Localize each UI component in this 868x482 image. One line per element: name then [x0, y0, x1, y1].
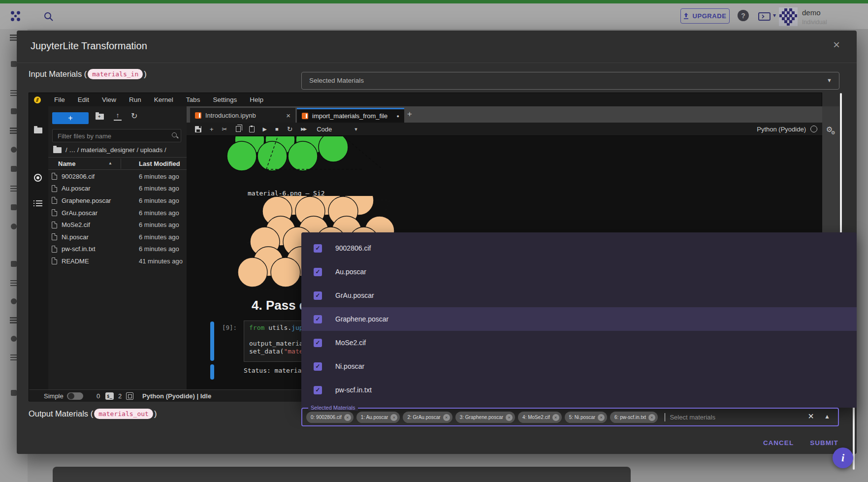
kernel-name[interactable]: Python (Pyodide) — [757, 126, 806, 133]
close-icon[interactable]: × — [286, 111, 290, 120]
chevron-down-icon[interactable]: ▼ — [827, 77, 832, 83]
refresh-icon[interactable]: ↻ — [131, 111, 137, 121]
menu-kernel[interactable]: Kernel — [148, 96, 180, 103]
table-of-contents-icon[interactable] — [33, 200, 42, 207]
file-row[interactable]: 9002806.cif6 minutes ago — [48, 170, 187, 183]
checkbox-checked-icon[interactable]: ✓ — [314, 362, 322, 371]
file-row[interactable]: Au.poscar6 minutes ago — [48, 183, 187, 195]
tab-import-materials[interactable]: import_materials_from_file ● — [297, 108, 404, 123]
filter-files-input[interactable]: Filter files by name — [52, 129, 181, 142]
submit-button[interactable]: SUBMIT — [806, 436, 842, 449]
menu-help[interactable]: Help — [243, 96, 270, 103]
chip-delete-icon[interactable]: × — [598, 414, 605, 421]
select-placeholder[interactable]: Select materials — [670, 414, 715, 421]
dropdown-option[interactable]: ✓GrAu.poscar — [301, 284, 857, 307]
cell-collapser[interactable] — [210, 321, 214, 361]
menu-run[interactable]: Run — [123, 96, 148, 103]
save-icon[interactable] — [195, 126, 201, 132]
file-browser-tab-icon[interactable] — [34, 128, 42, 133]
checkbox-checked-icon[interactable]: ✓ — [314, 244, 322, 253]
chip-delete-icon[interactable]: × — [552, 414, 559, 421]
output-materials-select[interactable]: Selected Materials 0: 9002806.cif× 1: Au… — [301, 408, 839, 426]
help-icon[interactable]: ? — [738, 10, 749, 21]
clear-all-icon[interactable]: × — [808, 411, 814, 422]
cell-collapser[interactable] — [210, 364, 214, 380]
cut-icon[interactable]: ✂ — [222, 126, 227, 133]
material-chip[interactable]: 1: Au.poscar× — [356, 412, 400, 423]
checkbox-checked-icon[interactable]: ✓ — [314, 386, 322, 394]
avatar[interactable] — [779, 7, 798, 26]
breadcrumb[interactable]: / … / materials_designer / uploads / — [53, 146, 166, 154]
copy-icon[interactable] — [236, 126, 241, 132]
dropdown-option[interactable]: ✓9002806.cif — [301, 236, 857, 260]
terminal-caret-icon[interactable]: ▾ — [773, 12, 776, 19]
checkbox-checked-icon[interactable]: ✓ — [314, 315, 322, 323]
selected-materials-select[interactable]: Selected Materials ▼ — [301, 72, 839, 90]
chip-delete-icon[interactable]: × — [390, 414, 397, 421]
file-row[interactable]: Ni.poscar6 minutes ago — [48, 231, 187, 243]
new-launcher-button[interactable]: + — [52, 112, 89, 124]
tab-introduction[interactable]: Introduction.ipynb × — [190, 108, 295, 123]
file-icon — [52, 257, 57, 264]
material-chip[interactable]: 5: Ni.poscar× — [565, 412, 607, 423]
kernel-status-label[interactable]: Python (Pyodide) | Idle — [142, 392, 211, 400]
material-chip[interactable]: 4: MoSe2.cif× — [518, 412, 562, 423]
restart-kernel-icon[interactable]: ↻ — [287, 125, 293, 133]
cell-output: Status: materials — [244, 367, 309, 374]
dropdown-option[interactable]: ✓pw-scf.in.txt — [301, 378, 857, 402]
chip-delete-icon[interactable]: × — [344, 414, 351, 421]
close-icon[interactable]: × — [828, 36, 845, 53]
file-row[interactable]: pw-scf.in.txt6 minutes ago — [48, 243, 187, 256]
terminal-icon[interactable] — [758, 12, 771, 21]
file-row[interactable]: README41 minutes ago — [48, 255, 187, 267]
checkbox-checked-icon[interactable]: ✓ — [314, 268, 322, 276]
dropdown-option[interactable]: ✓Au.poscar — [301, 260, 857, 284]
menu-edit[interactable]: Edit — [71, 96, 96, 103]
cancel-button[interactable]: CANCEL — [761, 436, 796, 449]
file-row[interactable]: GrAu.poscar6 minutes ago — [48, 207, 187, 219]
restart-run-all-icon[interactable]: ▶▶ — [301, 127, 306, 131]
brand-logo-icon[interactable] — [10, 11, 21, 22]
breadcrumb-path[interactable]: / … / materials_designer / uploads / — [65, 146, 166, 154]
running-sessions-icon[interactable] — [34, 174, 42, 182]
column-last-modified[interactable]: Last Modified — [139, 160, 180, 167]
insert-cell-icon[interactable]: + — [210, 126, 214, 133]
column-name[interactable]: Name — [58, 160, 75, 167]
file-row[interactable]: MoSe2.cif6 minutes ago — [48, 219, 187, 231]
file-row[interactable]: Graphene.poscar6 minutes ago — [48, 194, 187, 207]
chip-delete-icon[interactable]: × — [648, 414, 655, 421]
file-icon — [52, 173, 57, 180]
paste-icon[interactable] — [249, 126, 255, 132]
menu-view[interactable]: View — [96, 96, 123, 103]
upload-arrow-icon — [683, 13, 689, 19]
material-chip[interactable]: 3: Graphene.poscar× — [455, 412, 515, 423]
dropdown-option[interactable]: ✓MoSe2.cif — [301, 331, 857, 354]
dropdown-option-highlighted[interactable]: ✓Graphene.poscar — [301, 307, 857, 331]
simple-mode-toggle[interactable] — [67, 392, 83, 400]
search-icon[interactable] — [43, 11, 54, 22]
menu-file[interactable]: File — [48, 96, 71, 103]
chevron-down-icon[interactable]: ▾ — [354, 126, 357, 132]
dropdown-option[interactable]: ✓Ni.poscar — [301, 354, 857, 378]
chip-delete-icon[interactable]: × — [506, 414, 513, 421]
chip-delete-icon[interactable]: × — [443, 414, 450, 421]
new-tab-icon[interactable]: + — [407, 109, 412, 119]
new-folder-icon[interactable]: + — [96, 114, 104, 120]
stop-icon[interactable]: ■ — [275, 126, 279, 132]
material-chip[interactable]: 0: 9002806.cif× — [306, 412, 354, 423]
upload-icon[interactable]: ↑ — [114, 111, 122, 121]
upgrade-button[interactable]: UPGRADE — [680, 8, 730, 24]
user-name[interactable]: demo — [802, 8, 821, 17]
kernel-status-icon[interactable] — [810, 126, 817, 132]
sort-asc-icon[interactable]: ▲ — [108, 161, 112, 165]
run-icon[interactable]: ▶ — [263, 126, 267, 132]
info-fab-button[interactable]: i — [833, 448, 853, 468]
material-chip[interactable]: 6: pw-scf.in.txt× — [610, 412, 658, 423]
cell-type-select[interactable]: Code — [317, 126, 332, 133]
checkbox-checked-icon[interactable]: ✓ — [314, 291, 322, 300]
material-chip[interactable]: 2: GrAu.poscar× — [403, 412, 452, 423]
checkbox-checked-icon[interactable]: ✓ — [314, 339, 322, 347]
chevron-up-icon[interactable]: ▲ — [824, 413, 830, 420]
menu-tabs[interactable]: Tabs — [180, 96, 207, 103]
menu-settings[interactable]: Settings — [206, 96, 243, 103]
